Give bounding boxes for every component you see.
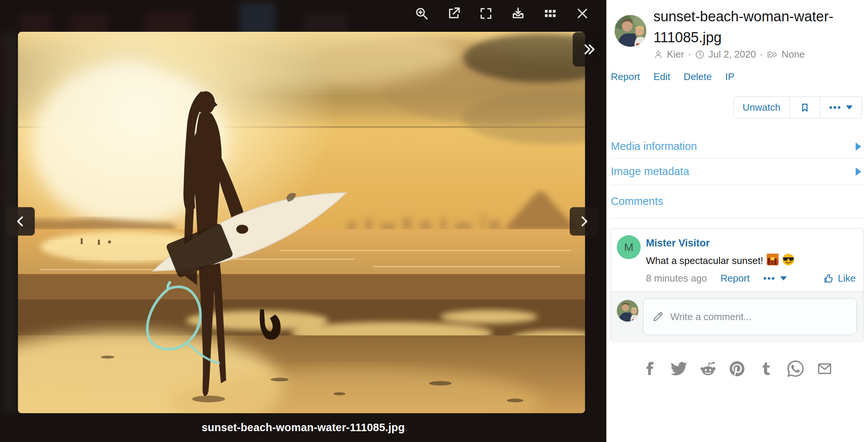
- like-label: Like: [838, 273, 856, 284]
- comments-heading-row: Comments: [611, 185, 864, 218]
- twitter-icon: [670, 360, 687, 377]
- close-button[interactable]: [573, 4, 591, 22]
- share-icons-row: [606, 360, 868, 378]
- meta-separator: ·: [760, 49, 763, 60]
- commenter-avatar[interactable]: M: [617, 235, 641, 259]
- media-lightbox-page: sunset-beach-woman-water-111085.jpg suns…: [0, 0, 868, 442]
- thumbs-up-icon: [824, 273, 834, 284]
- fullscreen-button[interactable]: [477, 4, 495, 22]
- media-information-label: Media information: [611, 140, 697, 153]
- share-facebook-button[interactable]: [641, 360, 659, 378]
- thumbnails-grid-icon: [543, 6, 557, 21]
- media-meta-row: Kier · Jul 2, 2020 · None: [653, 49, 805, 60]
- commenter-avatar-letter: M: [624, 241, 634, 254]
- comments-heading: Comments: [611, 195, 663, 208]
- current-user-avatar: [617, 300, 638, 322]
- comment-footer: 8 minutes ago Report ••• Like: [646, 273, 856, 284]
- media-action-button-group: Unwatch •••: [733, 96, 862, 119]
- section-image-metadata[interactable]: Image metadata: [611, 158, 864, 185]
- caret-down-icon: [846, 105, 853, 110]
- next-media-button[interactable]: [570, 207, 598, 236]
- sunset-beach-photo-art: [18, 32, 585, 413]
- comment-input[interactable]: [643, 298, 857, 335]
- chevron-right-icon: [578, 215, 590, 228]
- bookmark-button[interactable]: [790, 97, 820, 118]
- report-link[interactable]: Report: [611, 71, 640, 83]
- media-date: Jul 2, 2020: [708, 49, 756, 60]
- share-email-button[interactable]: [816, 360, 834, 378]
- meta-separator: ·: [688, 49, 691, 60]
- tumblr-icon: [760, 360, 773, 377]
- sidebar-toggle-button[interactable]: [573, 32, 606, 67]
- media-info-panel: sunset-beach-woman-water-111085.jpg Kier…: [606, 0, 868, 442]
- chevron-left-icon: [14, 215, 27, 228]
- thumbnails-grid-button[interactable]: [541, 4, 559, 22]
- share-reddit-button[interactable]: [699, 360, 717, 378]
- prev-media-button[interactable]: [6, 207, 35, 236]
- sunset-emoji: [766, 253, 779, 268]
- comment-more-button[interactable]: •••: [763, 273, 787, 284]
- media-author[interactable]: Kier: [667, 49, 684, 60]
- comment-composer-row: [611, 291, 863, 343]
- lightbox-caption: sunset-beach-woman-water-111085.jpg: [0, 421, 606, 434]
- edit-link[interactable]: Edit: [653, 71, 670, 83]
- comment-like-button[interactable]: Like: [824, 273, 856, 284]
- comments-container: M Mister Visitor What a spectacular suns…: [610, 228, 864, 342]
- share-whatsapp-button[interactable]: [787, 360, 804, 378]
- clock-icon: [695, 50, 705, 59]
- open-in-new-icon: [447, 6, 461, 21]
- ellipsis-label: •••: [829, 102, 841, 113]
- open-in-new-button[interactable]: [445, 4, 463, 22]
- more-options-button[interactable]: •••: [820, 97, 862, 118]
- user-icon: [653, 50, 663, 59]
- share-pinterest-button[interactable]: [728, 360, 746, 378]
- comment-text-row: What a spectacular sunset!: [646, 253, 795, 268]
- media-tags: None: [782, 49, 805, 60]
- comment-ellipsis: •••: [763, 273, 775, 284]
- unwatch-label: Unwatch: [743, 102, 781, 113]
- ip-link[interactable]: IP: [725, 71, 735, 83]
- reddit-icon: [699, 360, 717, 377]
- comment-timestamp[interactable]: 8 minutes ago: [646, 273, 707, 284]
- share-twitter-button[interactable]: [670, 360, 688, 378]
- expand-arrow-icon: [856, 142, 861, 151]
- delete-link[interactable]: Delete: [684, 71, 712, 83]
- comment-input-wrap: [643, 298, 857, 335]
- moderation-links: Report Edit Delete IP: [611, 71, 735, 83]
- double-chevron-right-icon: [582, 43, 597, 56]
- owner-avatar[interactable]: [615, 15, 646, 47]
- bookmark-icon: [800, 102, 810, 113]
- lightbox-stage: sunset-beach-woman-water-111085.jpg: [0, 0, 606, 442]
- owner-avatar-image: [615, 15, 646, 47]
- section-media-information[interactable]: Media information: [611, 135, 864, 159]
- caret-down-icon: [780, 276, 787, 280]
- comment-report-link[interactable]: Report: [720, 273, 750, 284]
- lightbox-toolbar: [413, 4, 591, 22]
- download-button[interactable]: [509, 4, 527, 22]
- download-icon: [511, 6, 525, 21]
- tags-icon: [767, 50, 778, 59]
- email-icon: [816, 361, 833, 376]
- comment-text: What a spectacular sunset!: [646, 255, 763, 267]
- blurred-red-strip: [0, 157, 6, 204]
- whatsapp-icon: [787, 360, 804, 377]
- image-metadata-label: Image metadata: [611, 165, 689, 178]
- zoom-in-icon: [415, 6, 429, 21]
- blurred-red-strip: [0, 36, 5, 112]
- fullscreen-icon: [479, 6, 493, 21]
- share-tumblr-button[interactable]: [757, 360, 775, 378]
- commenter-name[interactable]: Mister Visitor: [646, 237, 710, 249]
- lightbox-image[interactable]: [18, 32, 585, 413]
- pinterest-icon: [730, 360, 745, 377]
- unwatch-button[interactable]: Unwatch: [734, 97, 790, 118]
- close-icon: [575, 6, 590, 21]
- facebook-icon: [642, 360, 657, 377]
- media-title: sunset-beach-woman-water-111085.jpg: [653, 6, 863, 48]
- zoom-in-button[interactable]: [413, 4, 431, 22]
- expand-arrow-icon: [856, 168, 861, 176]
- sunglasses-emoji: [782, 253, 795, 268]
